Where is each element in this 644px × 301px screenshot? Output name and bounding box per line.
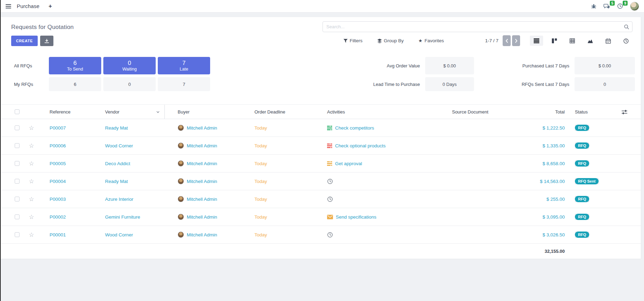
row-checkbox[interactable]	[15, 214, 20, 219]
table-row[interactable]: ☆ P00003 Azure Interior Mitchell Admin T…	[1, 190, 641, 208]
pager-previous-button[interactable]	[503, 35, 511, 46]
vendor-link[interactable]: Wood Corner	[92, 232, 165, 237]
kanban-view-icon[interactable]	[548, 36, 561, 46]
calendar-view-icon[interactable]	[602, 35, 615, 46]
buyer-link[interactable]: Mitchell Admin	[187, 197, 217, 202]
favorite-star-icon[interactable]: ☆	[23, 214, 40, 220]
buyer-link[interactable]: Mitchell Admin	[187, 161, 217, 166]
activity-cell[interactable]: Check competitors	[324, 125, 430, 131]
debug-bug-icon[interactable]	[591, 3, 597, 9]
reference-link[interactable]: P00007	[40, 125, 92, 131]
messages-icon[interactable]: 5	[604, 3, 610, 9]
reference-link[interactable]: P00004	[40, 179, 92, 184]
row-checkbox[interactable]	[15, 125, 20, 130]
filters-button[interactable]: Filters	[343, 38, 363, 43]
my-late-card[interactable]: 7	[158, 77, 210, 91]
activity-label[interactable]: Get approval	[335, 161, 362, 166]
vendor-link[interactable]: Gemini Furniture	[92, 214, 165, 220]
row-checkbox[interactable]	[15, 161, 20, 166]
header-source-document[interactable]: Source Document	[430, 109, 510, 115]
graph-view-icon[interactable]	[584, 36, 597, 46]
pivot-view-icon[interactable]	[566, 36, 579, 46]
activity-view-icon[interactable]	[620, 35, 632, 46]
select-all-checkbox[interactable]	[15, 109, 20, 114]
late-card[interactable]: 7 Late	[158, 57, 210, 74]
header-vendor[interactable]: Vendor	[92, 105, 165, 119]
buyer-link[interactable]: Mitchell Admin	[187, 125, 217, 131]
buyer-link[interactable]: Mitchell Admin	[187, 214, 217, 220]
favorite-star-icon[interactable]: ☆	[23, 161, 40, 167]
optional-columns-icon[interactable]	[608, 109, 641, 115]
header-total[interactable]: Total	[510, 109, 566, 115]
reference-link[interactable]: P00006	[40, 143, 92, 148]
search-input[interactable]	[323, 21, 632, 32]
reference-link[interactable]: P00001	[40, 232, 92, 237]
lead-time-value: 0 Days	[425, 77, 474, 91]
reference-link[interactable]: P00003	[40, 197, 92, 202]
header-buyer[interactable]: Buyer	[165, 109, 249, 115]
activity-cell[interactable]	[324, 196, 430, 202]
page-title: Requests for Quotation	[11, 24, 74, 31]
table-row[interactable]: ☆ P00007 Ready Mat Mitchell Admin Today …	[1, 119, 641, 137]
row-checkbox[interactable]	[15, 232, 20, 237]
status-badge: RFQ	[575, 160, 589, 167]
status-badge: RFQ	[575, 214, 589, 220]
apps-menu-icon[interactable]	[5, 3, 12, 10]
activity-cell[interactable]: Get approval	[324, 161, 430, 166]
row-checkbox[interactable]	[15, 143, 20, 148]
activity-cell[interactable]: Send specifications	[324, 214, 430, 220]
new-tab-icon[interactable]: +	[49, 3, 52, 10]
table-row[interactable]: ☆ P00004 Ready Mat Mitchell Admin Today …	[1, 172, 641, 190]
waiting-card[interactable]: 0 Waiting	[103, 57, 156, 74]
status-badge: RFQ Sent	[575, 178, 599, 184]
favorite-star-icon[interactable]: ☆	[23, 143, 40, 149]
favorites-button[interactable]: ★ Favorites	[419, 38, 444, 43]
row-checkbox[interactable]	[15, 179, 20, 184]
row-checkbox[interactable]	[15, 197, 20, 201]
favorite-star-icon[interactable]: ☆	[23, 125, 40, 131]
export-button[interactable]	[40, 36, 53, 46]
table-row[interactable]: ☆ P00006 Wood Corner Mitchell Admin Toda…	[1, 137, 641, 155]
to-send-card[interactable]: 6 To Send	[49, 57, 101, 74]
reference-link[interactable]: P00005	[40, 161, 92, 166]
activity-label[interactable]: Check competitors	[335, 125, 374, 131]
header-status[interactable]: Status	[566, 109, 608, 115]
activity-label[interactable]: Check optional products	[335, 143, 386, 148]
vendor-link[interactable]: Azure Interior	[92, 197, 165, 202]
my-waiting-card[interactable]: 0	[103, 77, 156, 91]
group-by-button[interactable]: Group By	[377, 38, 404, 43]
header-reference[interactable]: Reference	[40, 109, 92, 115]
header-activities[interactable]: Activities	[324, 109, 430, 115]
favorite-star-icon[interactable]: ☆	[23, 178, 40, 184]
reference-link[interactable]: P00002	[40, 214, 92, 220]
buyer-link[interactable]: Mitchell Admin	[187, 232, 217, 237]
activity-cell[interactable]	[324, 178, 430, 184]
vendor-link[interactable]: Wood Corner	[92, 143, 165, 148]
envelope-icon	[327, 215, 333, 219]
rfqs-sent-label: RFQs Sent Last 7 Days	[479, 82, 569, 87]
activity-cell[interactable]: Check optional products	[324, 143, 430, 148]
vendor-link[interactable]: Deco Addict	[92, 161, 165, 166]
search-icon[interactable]	[624, 24, 629, 30]
my-to-send-card[interactable]: 6	[49, 77, 101, 91]
table-row[interactable]: ☆ P00002 Gemini Furniture Mitchell Admin…	[1, 208, 641, 226]
favorite-star-icon[interactable]: ☆	[23, 232, 40, 238]
vendor-link[interactable]: Ready Mat	[92, 125, 165, 131]
header-order-deadline[interactable]: Order Deadline	[249, 109, 324, 115]
activity-label[interactable]: Send specifications	[336, 214, 376, 220]
favorite-star-icon[interactable]: ☆	[23, 196, 40, 202]
buyer-link[interactable]: Mitchell Admin	[187, 143, 217, 148]
user-avatar[interactable]	[630, 2, 639, 11]
activities-clock-icon[interactable]: 9	[617, 3, 623, 9]
table-row[interactable]: ☆ P00001 Wood Corner Mitchell Admin Toda…	[1, 226, 641, 244]
order-deadline: Today	[249, 179, 324, 184]
buyer-avatar	[178, 125, 184, 131]
list-view-icon[interactable]	[530, 36, 543, 46]
create-button[interactable]: CREATE	[11, 36, 38, 46]
app-name[interactable]: Purchase	[17, 3, 39, 9]
activity-cell[interactable]	[324, 232, 430, 238]
pager-next-button[interactable]	[512, 35, 520, 46]
buyer-link[interactable]: Mitchell Admin	[187, 179, 217, 184]
vendor-link[interactable]: Ready Mat	[92, 179, 165, 184]
table-row[interactable]: ☆ P00005 Deco Addict Mitchell Admin Toda…	[1, 155, 641, 172]
